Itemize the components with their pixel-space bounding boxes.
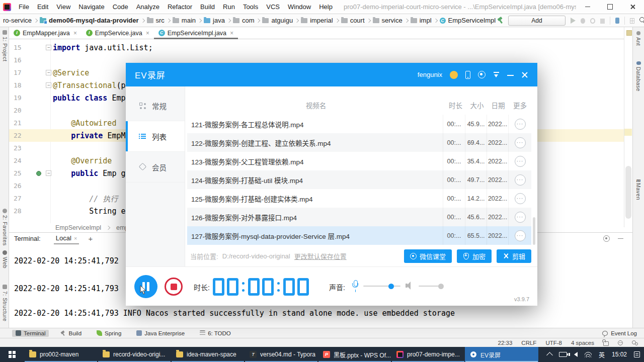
sidebar-item[interactable]: 常规 xyxy=(126,90,185,121)
scrollbar-thumb[interactable] xyxy=(625,166,631,219)
sidebar-item[interactable]: 列表 xyxy=(126,121,185,152)
breadcrumb-item[interactable]: demo06-mysql-data-provider xyxy=(40,17,146,24)
sidebar-item[interactable]: 会员 xyxy=(126,152,185,183)
debug-icon[interactable] xyxy=(581,18,586,24)
change-location-link[interactable]: 更改默认保存位置 xyxy=(294,251,347,261)
breadcrumb-class[interactable]: EmpServiceImpl xyxy=(55,224,101,231)
hide-panel-icon[interactable] xyxy=(618,238,623,239)
more-options-button[interactable] xyxy=(515,230,526,241)
menu-item[interactable]: Refactor xyxy=(164,0,196,14)
speaker-volume-slider[interactable] xyxy=(419,286,443,287)
taskbar-button[interactable]: idea-maven-space xyxy=(171,347,245,362)
toolwindow-ant[interactable]: Ant xyxy=(634,31,643,46)
close-button[interactable] xyxy=(621,0,644,14)
caret-position[interactable]: 22:33 xyxy=(498,340,513,346)
tool-window-button[interactable]: Spring xyxy=(93,330,125,337)
more-options-button[interactable] xyxy=(515,193,526,204)
inspection-indicator[interactable] xyxy=(626,30,632,36)
fold-icon[interactable] xyxy=(46,170,51,176)
menu-item[interactable]: Help xyxy=(315,0,337,14)
close-tab-icon[interactable] xyxy=(230,30,233,37)
volume-icon[interactable] xyxy=(574,352,578,357)
editor-tab[interactable]: I EmpMapper.java xyxy=(9,27,82,39)
menu-item[interactable]: Analyze xyxy=(132,0,164,14)
video-row[interactable]: 125-微服务案例-打基础-创建实体类.mp4 00:... 14.2... 2… xyxy=(187,189,531,208)
close-tab-icon[interactable] xyxy=(146,30,149,37)
coverage-icon[interactable] xyxy=(590,18,595,24)
clock-time[interactable]: 15:02 xyxy=(612,351,627,358)
tool-window-button[interactable]: Terminal xyxy=(12,330,49,337)
encrypt-button[interactable]: 加密 xyxy=(457,249,492,263)
more-options-button[interactable] xyxy=(515,156,526,167)
wechat-class-button[interactable]: 微信课堂 xyxy=(404,249,452,263)
tool-window-button[interactable]: 6: TODO xyxy=(196,330,234,337)
sidebar-item-structure[interactable]: 7: Structure xyxy=(1,285,9,321)
tool-window-button[interactable]: Build xyxy=(57,330,85,337)
lock-icon[interactable] xyxy=(603,341,609,346)
sidebar-item-favorites[interactable]: 2: Favorites xyxy=(1,209,9,246)
video-row[interactable]: 123-微服务案例-父工程管理依赖.mp4 00:... 35.4... 202… xyxy=(187,152,531,170)
background-tasks-icon[interactable] xyxy=(632,340,638,345)
taskbar-button[interactable]: EV录屏 xyxy=(465,347,538,362)
build-hammer-icon[interactable] xyxy=(497,17,503,24)
start-button[interactable] xyxy=(0,347,24,362)
ime-indicator[interactable]: 英 xyxy=(599,350,605,359)
video-row[interactable]: 126-微服务案例-对外暴露接口.mp4 00:... 45.6... 2022… xyxy=(187,208,531,226)
avatar[interactable] xyxy=(450,71,458,79)
menu-item[interactable]: Navigate xyxy=(74,0,108,14)
speaker-icon[interactable] xyxy=(406,282,414,290)
notification-center-icon[interactable] xyxy=(634,351,640,357)
edit-clip-button[interactable]: 剪辑 xyxy=(497,249,531,263)
line-ending[interactable]: CRLF xyxy=(521,340,536,346)
terminal-settings-icon[interactable] xyxy=(603,235,610,242)
run-icon[interactable] xyxy=(571,18,576,24)
breadcrumb-item[interactable]: ro-service xyxy=(2,17,40,24)
minimize-button[interactable] xyxy=(576,0,599,14)
breadcrumb-item[interactable]: imperial xyxy=(301,17,341,24)
more-options-button[interactable] xyxy=(515,137,526,148)
breadcrumb-item[interactable]: impl xyxy=(411,17,440,24)
breadcrumb-item[interactable]: atguigu xyxy=(262,17,301,24)
maximize-button[interactable] xyxy=(599,0,621,14)
file-encoding[interactable]: UTF-8 xyxy=(545,340,562,346)
fold-icon[interactable] xyxy=(46,82,51,88)
menu-item[interactable]: File xyxy=(15,0,33,14)
menu-item[interactable]: View xyxy=(52,0,74,14)
menu-item[interactable]: Code xyxy=(109,0,132,14)
menu-item[interactable]: Build xyxy=(196,0,219,14)
dialog-minimize-icon[interactable] xyxy=(507,75,514,76)
close-tab-icon[interactable] xyxy=(73,30,77,37)
menu-item[interactable]: Window xyxy=(284,0,315,14)
pin-icon[interactable] xyxy=(615,18,619,24)
breadcrumb-item[interactable]: court xyxy=(341,17,373,24)
list-scrollbar[interactable] xyxy=(533,217,535,245)
sidebar-item-project[interactable]: 1: Project xyxy=(1,30,9,61)
dialog-close-icon[interactable] xyxy=(521,71,528,78)
tray-expand-icon[interactable] xyxy=(546,352,553,358)
video-row[interactable]: 124-微服务案例-打基础-util 模块.mp4 00:... 49.7...… xyxy=(187,170,531,189)
taskbar-button[interactable]: pro07-demo-impe... xyxy=(391,347,465,362)
more-options-button[interactable] xyxy=(515,174,526,186)
fold-icon[interactable] xyxy=(46,45,51,50)
battery-icon[interactable] xyxy=(559,352,567,357)
mobile-icon[interactable] xyxy=(465,71,470,79)
menu-item[interactable]: Tools xyxy=(239,0,262,14)
breadcrumb-item[interactable]: service xyxy=(373,17,411,24)
event-log-button[interactable]: Event Log xyxy=(602,330,637,336)
video-row[interactable]: 127-微服务案例-mysql-data-provider-Service 层.… xyxy=(187,226,531,245)
settings-icon[interactable] xyxy=(478,71,486,78)
microphone-icon[interactable] xyxy=(352,280,359,292)
breadcrumb-item[interactable]: main xyxy=(173,17,204,24)
sidebar-item-web[interactable]: Web xyxy=(1,250,9,268)
menu-item[interactable]: Edit xyxy=(33,0,52,14)
editor-tab[interactable]: I EmpService.java xyxy=(82,27,154,39)
speaker-volume-knob[interactable] xyxy=(438,284,444,289)
indent-setting[interactable]: 4 spaces xyxy=(571,340,594,346)
editor-tab[interactable]: C EmpServiceImpl.java xyxy=(154,27,238,39)
menu-item[interactable]: VCS xyxy=(262,0,284,14)
more-options-button[interactable] xyxy=(515,119,526,130)
mic-volume-knob[interactable] xyxy=(388,284,394,289)
stop-icon[interactable] xyxy=(600,19,605,24)
mic-volume-slider[interactable] xyxy=(363,286,400,287)
tool-window-button[interactable]: Java Enterprise xyxy=(133,330,188,337)
